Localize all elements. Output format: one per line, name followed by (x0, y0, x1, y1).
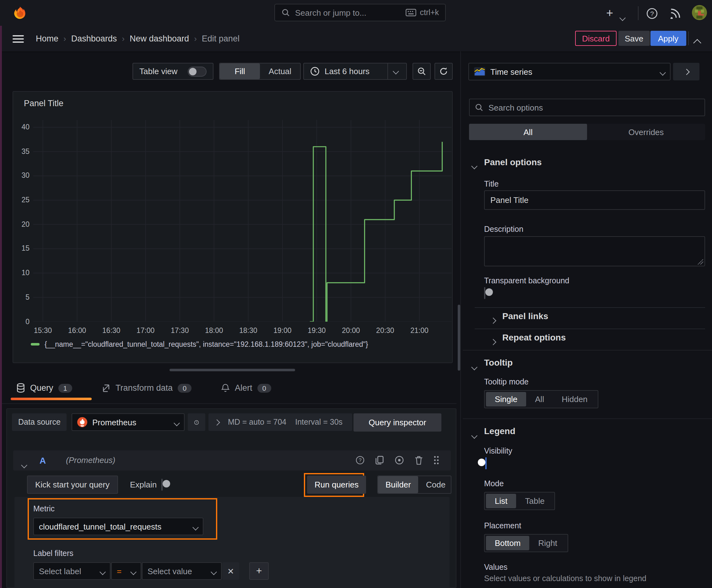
repeat-options-header[interactable]: Repeat options (502, 332, 566, 342)
placement-bottom[interactable]: Bottom (486, 536, 529, 550)
explain-toggle[interactable] (161, 479, 163, 491)
repeat-options-collapse-icon[interactable] (491, 335, 495, 347)
table-view-toggle[interactable] (188, 66, 207, 76)
options-search-input[interactable]: Search options (469, 99, 705, 116)
kick-start-query-button[interactable]: Kick start your query (27, 476, 118, 494)
menu-icon[interactable] (13, 33, 24, 44)
save-button[interactable]: Save (619, 31, 649, 46)
legend-mode-switch: List Table (484, 492, 555, 510)
scrollbar-thumb[interactable] (458, 305, 460, 371)
search-placeholder: Search or jump to... (295, 8, 401, 17)
breadcrumb-dashboards[interactable]: Dashboards (71, 34, 117, 43)
divider (475, 307, 705, 308)
select-label-dropdown[interactable]: Select label (33, 562, 110, 580)
collapse-options-icon[interactable] (694, 37, 700, 48)
options-scope-tabs: All Overrides (469, 124, 705, 140)
metric-select[interactable]: cloudflared_tunnel_total_requests (33, 518, 203, 535)
tab-all[interactable]: All (469, 124, 587, 140)
tooltip-mode-single[interactable]: Single (486, 392, 526, 406)
panel-links-header[interactable]: Panel links (502, 311, 548, 321)
select-value-dropdown[interactable]: Select value (142, 562, 222, 580)
run-queries-button[interactable]: Run queries (307, 476, 366, 494)
refresh-button[interactable] (434, 63, 453, 80)
tab-transform-data[interactable]: Transform data 0 (102, 383, 192, 393)
zoom-out-button[interactable] (412, 63, 431, 80)
query-row-actions: ? (355, 456, 439, 465)
y-tick-label: 15 (13, 245, 29, 252)
time-series-viz-icon (474, 67, 486, 76)
visibility-label: Visibility (484, 447, 512, 456)
remove-filter-button[interactable]: ✕ (222, 562, 239, 580)
breadcrumb: Home › Dashboards › New dashboard › Edit… (36, 26, 239, 51)
query-inspector-button[interactable]: Query inspector (353, 413, 441, 432)
query-row-header[interactable]: A (Prometheus) ? (13, 450, 451, 470)
chart-legend[interactable]: {__name__="cloudflared_tunnel_total_requ… (31, 340, 368, 348)
visualization-picker[interactable]: Time series (468, 63, 671, 80)
news-rss-icon[interactable] (669, 7, 682, 19)
discard-button[interactable]: Discard (575, 31, 617, 46)
delete-query-icon[interactable] (414, 456, 423, 465)
description-textarea[interactable] (484, 236, 705, 266)
query-options-row[interactable]: MD = auto = 704 Interval = 30s (209, 413, 352, 431)
query-help-icon[interactable]: ? (355, 456, 365, 465)
legend-visibility-toggle[interactable] (486, 457, 487, 469)
legend-mode-table[interactable]: Table (516, 494, 553, 508)
panel-links-collapse-icon[interactable] (491, 314, 495, 326)
legend-mode-list[interactable]: List (486, 494, 516, 508)
add-caret-icon[interactable] (620, 11, 625, 23)
tooltip-header[interactable]: Tooltip (484, 357, 513, 368)
metric-caret-icon (193, 522, 198, 531)
svg-text:?: ? (196, 421, 197, 424)
resize-corner-icon[interactable] (697, 259, 703, 265)
label-filters-label: Label filters (33, 549, 73, 558)
add-filter-button[interactable]: + (249, 562, 269, 580)
fill-option[interactable]: Fill (220, 63, 260, 79)
datasource-help-icon[interactable]: ? (188, 413, 205, 431)
help-icon[interactable]: ? (645, 7, 658, 19)
panel-title: Panel Title (24, 99, 63, 108)
duplicate-query-icon[interactable] (375, 456, 384, 465)
builder-option[interactable]: Builder (378, 476, 418, 493)
expand-options-icon[interactable] (214, 419, 220, 425)
placement-right[interactable]: Right (529, 536, 566, 550)
panel-title-input[interactable] (484, 190, 705, 210)
grafana-logo-icon[interactable] (13, 6, 27, 20)
breadcrumb-home[interactable]: Home (36, 34, 58, 43)
apply-button[interactable]: Apply (650, 31, 686, 46)
drag-handle-icon[interactable] (433, 456, 439, 465)
panel-resize-handle[interactable] (170, 369, 295, 371)
time-range-caret[interactable] (387, 63, 404, 79)
breadcrumb-separator: › (189, 34, 202, 43)
code-option[interactable]: Code (418, 476, 451, 493)
tooltip-mode-label: Tooltip mode (484, 378, 528, 386)
time-range-picker[interactable]: Last 6 hours (303, 63, 407, 80)
add-button[interactable]: + (602, 5, 618, 21)
panel-options-collapse-icon[interactable] (472, 160, 477, 171)
actual-option[interactable]: Actual (260, 63, 300, 79)
query-editor-card: Data source Prometheus ? MD = auto = 704… (6, 408, 456, 588)
query-ref-id[interactable]: A (40, 456, 46, 465)
tooltip-mode-hidden[interactable]: Hidden (553, 392, 596, 406)
toggle-viz-picker-button[interactable] (673, 63, 699, 80)
datasource-picker[interactable]: Prometheus (71, 413, 185, 431)
breadcrumb-new-dashboard[interactable]: New dashboard (130, 34, 189, 43)
section-divider (463, 350, 712, 351)
tab-query[interactable]: Query 1 (16, 383, 72, 393)
user-avatar[interactable] (692, 5, 707, 20)
global-search-input[interactable]: Search or jump to... ctrl+k (274, 4, 446, 21)
legend-header[interactable]: Legend (484, 426, 516, 436)
operator-dropdown[interactable]: = (111, 562, 141, 580)
edit-mode-edge-strip (0, 26, 2, 588)
tooltip-mode-all[interactable]: All (526, 392, 553, 406)
transparent-background-toggle[interactable] (484, 287, 486, 299)
panel-preview[interactable]: Panel Title 0510152025303540 15:3016:001… (13, 91, 453, 363)
legend-collapse-icon[interactable] (472, 429, 477, 440)
panel-options-header[interactable]: Panel options (484, 157, 542, 167)
x-axis-labels: 15:3016:0016:3017:0017:3018:0018:3019:00… (33, 327, 451, 335)
series-legend-label[interactable]: {__name__="cloudflared_tunnel_total_requ… (45, 340, 368, 348)
tab-overrides[interactable]: Overrides (587, 124, 705, 140)
query-collapse-icon[interactable] (22, 459, 26, 470)
tab-alert[interactable]: Alert 0 (221, 383, 271, 393)
toggle-visibility-icon[interactable] (394, 456, 404, 465)
tooltip-collapse-icon[interactable] (472, 361, 477, 372)
